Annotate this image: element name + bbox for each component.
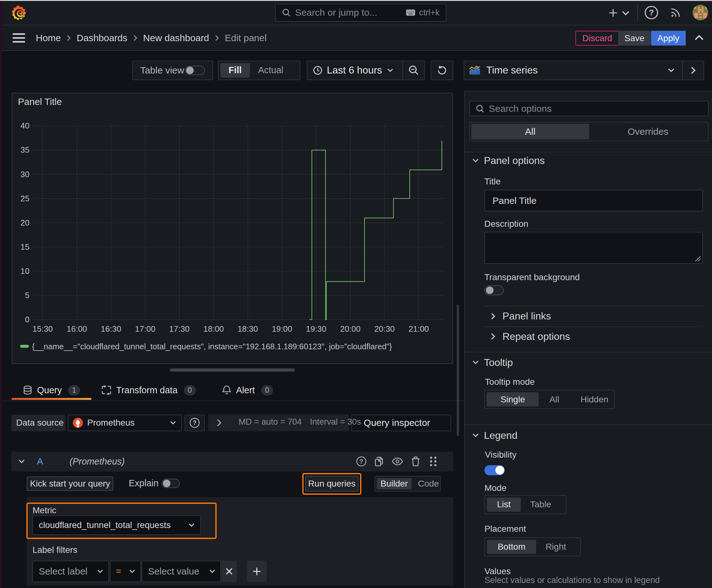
svg-text:15:30: 15:30 <box>33 324 53 334</box>
svg-text:5: 5 <box>25 291 29 300</box>
svg-text:17:00: 17:00 <box>135 324 155 334</box>
svg-text:18:30: 18:30 <box>238 324 258 334</box>
svg-text:19:00: 19:00 <box>272 324 292 334</box>
svg-text:40: 40 <box>20 121 29 130</box>
svg-text:21:00: 21:00 <box>408 324 429 334</box>
svg-text:35: 35 <box>20 145 29 154</box>
svg-text:{__name__="cloudflared_tunnel_: {__name__="cloudflared_tunnel_total_requ… <box>32 342 392 351</box>
svg-text:25: 25 <box>20 194 29 203</box>
svg-text:?: ? <box>193 420 196 426</box>
svg-text:30: 30 <box>20 170 29 179</box>
svg-text:19:30: 19:30 <box>306 324 326 334</box>
svg-text:?: ? <box>360 458 363 465</box>
svg-text:20:00: 20:00 <box>340 324 360 334</box>
svg-text:20: 20 <box>20 218 29 227</box>
svg-text:10: 10 <box>20 266 29 276</box>
svg-text:?: ? <box>649 8 654 17</box>
svg-text:20:30: 20:30 <box>374 324 395 334</box>
svg-text:16:00: 16:00 <box>67 324 87 334</box>
svg-text:15: 15 <box>20 242 29 252</box>
svg-text:17:30: 17:30 <box>169 324 190 334</box>
svg-text:16:30: 16:30 <box>101 324 121 334</box>
svg-text:0: 0 <box>25 315 29 324</box>
svg-text:18:00: 18:00 <box>203 324 224 334</box>
